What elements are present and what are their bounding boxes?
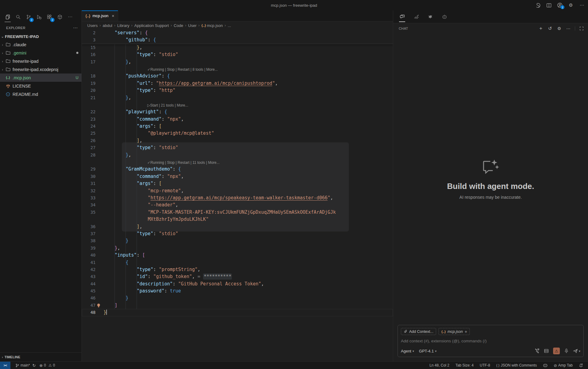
code-line[interactable]: 37 "type": "stdio" [82, 230, 393, 237]
code-line[interactable]: 32 "mcp-remote", [82, 187, 393, 194]
settings-gear-icon[interactable]: ⚙ [568, 2, 574, 8]
arrows-icon[interactable] [412, 12, 421, 21]
status-item-utf-8[interactable]: UTF-8 [478, 362, 492, 369]
code-line[interactable]: 2 "servers": { [82, 29, 393, 36]
robot-icon[interactable] [440, 12, 449, 21]
code-line[interactable]: 43 "id": "github_token", = ********** [82, 273, 393, 280]
code-line[interactable]: 33 "https://app.getgram.ai/mcp/speakeasy… [82, 194, 393, 201]
server-icon[interactable] [544, 348, 549, 353]
send-button[interactable]: ▾ [573, 348, 580, 353]
code-line[interactable]: 21 }, [82, 94, 393, 101]
code-line[interactable]: 20 "type": "http" [82, 87, 393, 94]
branch-status[interactable]: main* ↻ [13, 362, 38, 369]
tree-item--mcp-json[interactable]: {..}.mcp.jsonU [0, 73, 81, 82]
code-line[interactable]: 47 ] [82, 302, 393, 309]
code-line[interactable]: 22 "playwright": { [82, 108, 393, 115]
tree-item-license[interactable]: LICENSE [0, 82, 81, 90]
code-line[interactable]: 18 "pushAdvisor": { [82, 73, 393, 80]
code-line[interactable]: 39 }, [82, 245, 393, 252]
tree-item-freewrite-ipad-xcodeproj[interactable]: ›freewrite-ipad.xcodeproj [0, 65, 81, 73]
breadcrumb-item[interactable]: ... [228, 23, 231, 28]
tab-mcp-json[interactable]: {..} mcp.json × [82, 10, 118, 21]
expand-icon[interactable] [579, 26, 584, 31]
code-line[interactable]: 46 } [82, 295, 393, 302]
code-line[interactable]: 44 "description": "GitHub Personal Acces… [82, 281, 393, 288]
codelens-actions[interactable]: ✓Running | Stop | Restart | 8 tools | Mo… [82, 66, 393, 73]
codelens-actions[interactable]: ▷Start | 21 tools | More... [82, 101, 393, 108]
code-line[interactable]: 27 "type": "stdio" [82, 144, 393, 151]
status-item-amp-tab[interactable]: ⊘Amp Tab [552, 362, 575, 369]
tree-item-readme-md[interactable]: README.md [0, 90, 81, 98]
new-chat-icon[interactable]: + [538, 26, 544, 31]
code-line[interactable]: 26 ], [82, 137, 393, 144]
model-select[interactable]: GPT-4.1 ▾ [419, 349, 436, 353]
code-line[interactable]: 24 "args": [ [82, 123, 393, 130]
extensions-icon[interactable]: 2 [45, 12, 54, 21]
copilot-icon[interactable] [535, 2, 541, 8]
close-icon[interactable]: × [112, 13, 114, 18]
activity-more-icon[interactable]: ⋯ [66, 12, 75, 21]
code-line[interactable]: 3 "github": { [82, 36, 393, 43]
code-line[interactable]: 38 } [82, 237, 393, 244]
warning-icon[interactable]: ⚠ [553, 348, 560, 354]
chat-input-box[interactable]: Add Context... {..} mcp.json + Add conte… [398, 325, 584, 357]
explorer-more-icon[interactable]: ⋯ [73, 25, 78, 31]
chat-settings-icon[interactable]: ⚙ [556, 26, 562, 31]
run-debug-icon[interactable] [34, 12, 43, 21]
code-line[interactable]: 48} [82, 309, 393, 316]
code-line[interactable]: 25 "@playwright/mcp@latest" [82, 130, 393, 137]
code-editor[interactable]: 2 "servers": {3 "github": { 15 },16 "typ… [82, 29, 393, 361]
split-editor-icon[interactable] [546, 2, 552, 8]
breadcrumb[interactable]: Users›abdul›Library›Application Support›… [82, 21, 393, 29]
chat-more-icon[interactable]: ⋯ [566, 26, 571, 31]
add-context-button[interactable]: Add Context... [401, 328, 436, 335]
code-line[interactable]: 28 }, [82, 152, 393, 159]
history-icon[interactable]: ↺ [547, 26, 553, 31]
breadcrumb-item[interactable]: abdul [103, 23, 112, 28]
breadcrumb-item[interactable]: Users [87, 23, 98, 28]
kangaroo-icon[interactable] [426, 12, 435, 21]
breadcrumb-item[interactable]: mcp.json [207, 23, 223, 28]
status-item-ln-48-col-2[interactable]: Ln 48, Col 2 [428, 362, 451, 369]
code-line[interactable]: 29 "GramMcpauthdemo": { [82, 166, 393, 173]
status-item-json-with-comments[interactable]: { }JSON with Comments [495, 362, 539, 369]
chat-icon[interactable] [398, 12, 407, 21]
code-line[interactable]: 45 "password": true [82, 288, 393, 295]
chat-input-placeholder[interactable]: Add context (#), extensions (@), command… [401, 339, 580, 343]
microphone-icon[interactable] [564, 348, 569, 353]
code-line[interactable]: 30 "command": "npx", [82, 173, 393, 180]
mode-select[interactable]: Agent ▾ [401, 349, 414, 353]
status-item[interactable] [577, 362, 585, 369]
code-line[interactable]: 40 "inputs": [ [82, 252, 393, 259]
code-line[interactable]: 15 }, [82, 44, 393, 51]
breadcrumb-item[interactable]: User [188, 23, 196, 28]
account-icon[interactable]: 1 [557, 2, 563, 8]
breadcrumb-item[interactable]: Code [174, 23, 183, 28]
tree-item--claude[interactable]: ›.claude [0, 40, 81, 49]
code-line[interactable]: 16 "type": "stdio" [82, 51, 393, 58]
lightbulb-icon[interactable] [96, 303, 101, 308]
remote-explorer-icon[interactable] [55, 12, 64, 21]
codelens-actions[interactable]: ✓Running | Stop | Restart | 11 tools | M… [82, 159, 393, 166]
explorer-icon[interactable] [3, 12, 12, 21]
code-line[interactable]: 35 "MCP-TASK-MASTER-API-KEY:svCJUkmFUNZj… [82, 209, 393, 216]
code-line[interactable]: MXtBzhrIyYmJpduLKJhLK" [82, 216, 393, 223]
status-item-tab-size-4[interactable]: Tab Size: 4 [454, 362, 475, 369]
code-line[interactable]: 36 ], [82, 223, 393, 230]
code-line[interactable]: 41 { [82, 259, 393, 266]
tree-root-folder[interactable]: ⌄ FREEWRITE-IPAD [0, 32, 81, 40]
problems-status[interactable]: ⊗ 0 ⚠ 0 [38, 362, 57, 369]
code-line[interactable]: 17 }, [82, 58, 393, 66]
tree-item--gemini[interactable]: ›.gemini [0, 49, 81, 57]
tools-icon[interactable] [535, 348, 540, 353]
tree-item-freewrite-ipad[interactable]: ›freewrite-ipad [0, 57, 81, 65]
layout-more-icon[interactable]: ⋯ [579, 2, 585, 8]
breadcrumb-item[interactable]: Application Support [134, 23, 169, 28]
code-line[interactable]: 23 "command": "npx", [82, 116, 393, 123]
remote-indicator[interactable]: >< [0, 362, 10, 369]
code-line[interactable]: 31 "args": [ [82, 180, 393, 187]
code-line[interactable]: 42 "type": "promptString", [82, 266, 393, 273]
code-line[interactable]: 19 "url": "https://app.getgram.ai/mcp/ca… [82, 80, 393, 87]
sync-icon[interactable]: ↻ [32, 363, 36, 368]
context-file-pill[interactable]: {..} mcp.json + [439, 328, 470, 335]
